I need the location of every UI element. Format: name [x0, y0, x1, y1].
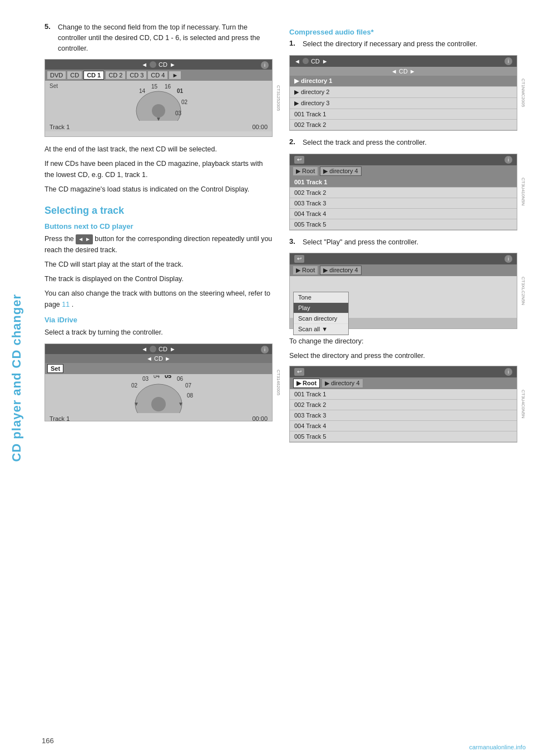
svg-text:04: 04 — [154, 375, 160, 379]
skip-button[interactable]: ◄ ► — [76, 234, 93, 244]
tab-cd3[interactable]: CD 3 — [127, 71, 146, 79]
screen2-set-tab[interactable]: Set — [47, 364, 63, 373]
screen3-info: i — [505, 57, 512, 65]
screen2-info: i — [261, 346, 269, 354]
s6-track3[interactable]: 003 Track 3 — [290, 410, 517, 421]
para-1: At the end of the last track, the next C… — [44, 144, 273, 155]
screen1-fwd-arrow: ► — [170, 61, 176, 68]
tab-cd2[interactable]: CD 2 — [106, 71, 125, 79]
screen1-time: 00:00 — [252, 124, 268, 130]
screen5-info: i — [505, 255, 512, 263]
screen2-header-row2: ◄ CD ► — [45, 354, 272, 363]
screen1-caption: CT31252005 — [274, 59, 283, 137]
dir2-arrow: ▶ — [294, 89, 299, 96]
svg-text:▼: ▼ — [178, 401, 184, 407]
tab-cd1[interactable]: CD 1 — [83, 71, 104, 80]
menu-tone[interactable]: Tone — [294, 292, 348, 303]
screen2-caption: CT31462005 — [274, 343, 283, 421]
nav-root-4[interactable]: ▶ Root — [293, 167, 318, 175]
s6-track2[interactable]: 002 Track 2 — [290, 400, 517, 410]
screen3-back: ◄ — [294, 58, 300, 65]
screen2-time: 00:00 — [252, 415, 268, 421]
track1-label: 001 Track 1 — [294, 111, 326, 117]
track-001[interactable]: 001 Track 1 — [290, 177, 517, 188]
screen3-fwd: ► — [322, 58, 328, 65]
svg-text:07: 07 — [185, 382, 192, 389]
step-r1-num: 1. — [289, 39, 298, 50]
list-row-track1[interactable]: 001 Track 1 — [290, 109, 517, 120]
screen6-header: ↩ i — [290, 366, 517, 377]
menu-play[interactable]: Play — [294, 303, 348, 313]
nav-dir4-5[interactable]: ▶ directory 4 — [320, 266, 361, 275]
screen1-info-icon: i — [261, 61, 269, 69]
s6-track1[interactable]: 001 Track 1 — [290, 389, 517, 400]
sidebar: CD player and CD changer — [0, 0, 33, 756]
svg-text:03: 03 — [175, 110, 182, 116]
back-icon-4[interactable]: ↩ — [294, 156, 304, 164]
track-005[interactable]: 005 Track 5 — [290, 219, 517, 230]
track-003[interactable]: 003 Track 3 — [290, 198, 517, 209]
screen2-caption-text: CT31462005 — [276, 370, 281, 395]
track2-label: 002 Track 2 — [294, 121, 326, 128]
nav-root-5[interactable]: ▶ Root — [293, 266, 318, 274]
list-row-dir1[interactable]: ▶ directory 1 — [290, 76, 517, 87]
via-idrive-heading: Via iDrive — [44, 316, 273, 324]
buttons-para-1: Press the ◄ ► button for the correspondi… — [44, 233, 273, 256]
svg-text:16: 16 — [165, 84, 171, 90]
s6-track5[interactable]: 005 Track 5 — [290, 431, 517, 442]
screen2-track: Track 1 — [50, 415, 70, 421]
para-change2: Select the directory and press the contr… — [289, 350, 517, 361]
screen1-dial-area: Set 14 15 16 01 02 03 ▼ — [45, 81, 272, 122]
screen3-caption: CT1NMC2005 — [518, 55, 527, 131]
screen4-caption: CT3U410N5N — [518, 154, 527, 230]
screen2-footer: Track 1 00:00 — [45, 414, 272, 421]
tab-cd-fwd[interactable]: ► — [169, 71, 181, 79]
screen1-disc-icon — [150, 61, 156, 68]
screen2-cd: CD — [159, 346, 167, 352]
page-number: 166 — [42, 737, 54, 745]
screen4-info: i — [505, 156, 512, 164]
buttons-para-4: You can also change the track with butto… — [44, 288, 273, 310]
nav-root-6[interactable]: ▶ Root — [293, 379, 320, 388]
s6-track4[interactable]: 004 Track 4 — [290, 421, 517, 431]
cd-screen-1: ◄ CD ► i DVD CD CD 1 CD 2 CD 3 CD 4 ► — [44, 59, 273, 137]
screen6-caption-text: CT3U4C0N5N — [521, 390, 526, 419]
screen1-back-arrow: ◄ — [141, 61, 147, 68]
screen6-nav: ▶ Root ▶ directory 4 — [290, 377, 517, 389]
svg-point-10 — [151, 397, 166, 411]
compressed-audio-heading: Compressed audio files* — [289, 28, 517, 36]
screen2-dial-area: 02 03 04 05 06 07 08 ▼ ▼ — [45, 374, 272, 414]
svg-text:05: 05 — [165, 375, 171, 379]
step-r3: 3. Select "Play" and press the controlle… — [289, 237, 517, 248]
screen3-header-inner: ◄ CD ► — [294, 58, 328, 65]
screen1-cd-label: CD — [159, 61, 167, 68]
sidebar-title: CD player and CD changer — [9, 294, 24, 462]
context-area: Tone Play Scan directory Scan all ▼ — [290, 276, 517, 318]
svg-text:08: 08 — [187, 392, 194, 399]
para-change1: To change the directory: — [289, 336, 517, 347]
info-icon: i — [261, 61, 269, 69]
screen2-tabs: Set — [45, 363, 272, 374]
tab-dvd[interactable]: DVD — [47, 71, 66, 79]
list-row-dir2[interactable]: ▶ directory 2 — [290, 87, 517, 98]
back-icon-5[interactable]: ↩ — [294, 255, 304, 263]
track-004[interactable]: 004 Track 4 — [290, 209, 517, 219]
back-icon-6[interactable]: ↩ — [294, 368, 304, 376]
page-link-11[interactable]: 11 — [62, 301, 70, 308]
menu-scan-dir[interactable]: Scan directory — [294, 313, 348, 324]
context-menu: Tone Play Scan directory Scan all ▼ — [293, 292, 349, 335]
screen1-tabs: DVD CD CD 1 CD 2 CD 3 CD 4 ► — [45, 70, 272, 81]
nav-dir4[interactable]: ▶ directory 4 — [320, 166, 361, 176]
menu-scan-all[interactable]: Scan all ▼ — [294, 324, 348, 335]
nav-dir4-6[interactable]: ▶ directory 4 — [322, 379, 362, 387]
screen4-nav: ▶ Root ▶ directory 4 — [290, 165, 517, 177]
list-row-track2[interactable]: 002 Track 2 — [290, 120, 517, 130]
step-5: 5. Change to the second field from the t… — [44, 22, 273, 53]
list-row-dir3[interactable]: ▶ directory 3 — [290, 98, 517, 109]
tab-cd[interactable]: CD — [67, 71, 82, 79]
svg-text:02: 02 — [131, 382, 138, 389]
root-nav-screen: ↩ i ▶ Root ▶ directory 4 001 Track 1 002… — [289, 366, 517, 443]
track-002[interactable]: 002 Track 2 — [290, 188, 517, 198]
step-r2-text: Select the track and press the controlle… — [303, 138, 517, 148]
tab-cd4[interactable]: CD 4 — [148, 71, 167, 79]
